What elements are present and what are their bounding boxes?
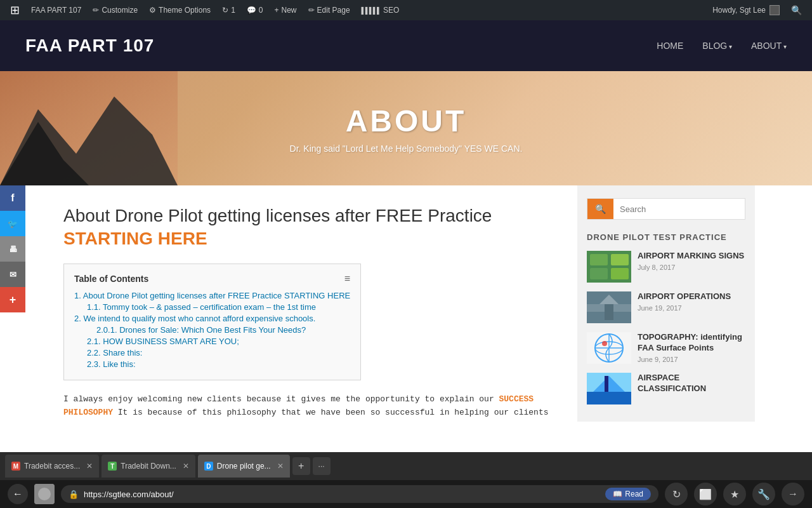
tab-label-drone-pilot: Drone pilot ge... [217, 462, 271, 471]
svg-rect-4 [590, 254, 608, 265]
theme-options-link[interactable]: ⚙ Theme Options [144, 0, 216, 20]
svg-rect-6 [590, 268, 608, 279]
favorites-button[interactable]: ★ [723, 483, 746, 505]
tab-tradebit-access[interactable]: M Tradebit acces... ✕ [5, 455, 99, 478]
article-body: I always enjoy welcoming new clients bec… [63, 393, 558, 422]
sidebar: 🔍 DRONE PILOT TEST PRACTICE AI [577, 185, 755, 422]
sidebar-item-airspace[interactable]: AIRSPACE CLASSIFICATION [587, 373, 745, 404]
print-button[interactable]: 🖶 [0, 236, 25, 262]
lock-icon: 🔒 [69, 490, 79, 499]
url-bar-container: 🔒 📖 Read [61, 485, 658, 503]
user-menu[interactable]: Howdy, Sgt Lee [707, 5, 785, 15]
sidebar-item-content-airport-ops: AIRPORT OPERATIONS June 19, 2017 [638, 291, 745, 323]
sidebar-item-content-airspace: AIRSPACE CLASSIFICATION [638, 373, 745, 404]
back-button[interactable]: ← [8, 484, 28, 504]
new-tab-button[interactable]: + [292, 457, 310, 475]
tab-favicon-tradebit-access: M [11, 462, 20, 471]
search-button[interactable]: 🔍 [587, 199, 613, 219]
reload-button[interactable]: ↻ [665, 483, 688, 505]
add-button[interactable]: + [0, 287, 25, 312]
social-sidebar: f 🐦 🖶 ✉ + [0, 185, 25, 312]
tab-drone-pilot[interactable]: D Drone pilot ge... ✕ [198, 455, 290, 478]
tab-close-tradebit-access[interactable]: ✕ [86, 462, 93, 471]
toc-toggle-button[interactable]: ≡ [344, 273, 350, 284]
search-input[interactable] [613, 199, 745, 219]
tab-favicon-drone-pilot: D [204, 462, 213, 471]
sidebar-item-title-airport-marking: AIRPORT MARKING SIGNS [638, 251, 745, 262]
toc-list: 1. About Drone Pilot getting licenses af… [74, 291, 350, 369]
read-icon: 📖 [613, 490, 622, 498]
sidebar-item-airport-marking[interactable]: AIRPORT MARKING SIGNS July 8, 2017 [587, 251, 745, 283]
customize-link[interactable]: ✏ Customize [88, 0, 143, 20]
svg-point-16 [602, 341, 607, 346]
table-of-contents: Table of Contents ≡ 1. About Drone Pilot… [63, 264, 361, 380]
toc-item-2-3[interactable]: 2.3. Like this: [74, 359, 350, 369]
toc-header: Table of Contents ≡ [74, 273, 350, 284]
sidebar-item-topography[interactable]: TOPOGRAPHY: identifying FAA Surface Poin… [587, 332, 745, 364]
hero-banner: ABOUT Dr. King said "Lord Let Me Help So… [0, 71, 812, 185]
page-wrapper: FAA PART 107 HOME BLOG ABOUT ABOUT Dr. K… [0, 20, 812, 422]
sidebar-thumbnail-airspace [587, 373, 631, 404]
updates-link[interactable]: ↻ 1 [217, 0, 240, 20]
airport-marking-thumbnail-svg [587, 251, 631, 283]
url-input[interactable] [84, 490, 600, 499]
sidebar-item-title-airspace: AIRSPACE CLASSIFICATION [638, 373, 745, 394]
sidebar-thumbnail-topography [587, 332, 631, 364]
site-nav: HOME BLOG ABOUT [657, 41, 787, 51]
svg-point-22 [38, 488, 51, 500]
search-toggle[interactable]: 🔍 [786, 0, 807, 20]
site-header: FAA PART 107 HOME BLOG ABOUT [0, 20, 812, 71]
nav-blog[interactable]: BLOG [702, 41, 732, 51]
sidebar-item-date-airport-ops: June 19, 2017 [638, 304, 745, 312]
svg-rect-7 [611, 268, 629, 279]
twitter-button[interactable]: 🐦 [0, 211, 25, 236]
search-box: 🔍 [587, 198, 745, 220]
tab-close-tradebit-down[interactable]: ✕ [183, 462, 189, 471]
new-content-link[interactable]: + New [270, 0, 302, 20]
tab-label-tradebit-down: Tradebit Down... [121, 462, 176, 471]
email-button[interactable]: ✉ [0, 262, 25, 287]
sidebar-thumbnail-airport-ops [587, 291, 631, 323]
toc-item-1[interactable]: 1. About Drone Pilot getting licenses af… [74, 291, 350, 300]
tab-favicon-tradebit-down: T [108, 462, 117, 471]
forward-button[interactable]: → [782, 483, 804, 505]
edit-page-link[interactable]: ✏ Edit Page [303, 0, 355, 20]
favicon-image [34, 484, 55, 504]
topography-thumbnail-svg [593, 332, 625, 364]
toc-item-2[interactable]: 2. We intend to qualify most who cannot … [74, 314, 350, 323]
toc-item-2-1[interactable]: 2.1. HOW BUSINESS SMART ARE YOU; [74, 337, 350, 346]
hero-mountain-image [0, 71, 178, 185]
facebook-button[interactable]: f [0, 185, 25, 211]
hero-title: ABOUT [346, 104, 467, 138]
svg-rect-11 [605, 304, 613, 320]
read-button[interactable]: 📖 Read [605, 488, 651, 500]
content-body: About Drone Pilot getting licenses after… [0, 185, 812, 422]
twitter-icon: 🐦 [8, 219, 18, 229]
hero-subtitle: Dr. King said "Lord Let Me Help Somebody… [290, 144, 523, 154]
site-name-link[interactable]: FAA PART 107 [26, 0, 86, 20]
toc-item-2-2[interactable]: 2.2. Share this: [74, 348, 350, 358]
settings-button[interactable]: 🔧 [752, 483, 775, 505]
nav-home[interactable]: HOME [657, 41, 683, 51]
seo-metrics[interactable]: ▌▌▌▌▌ SEO [357, 0, 405, 20]
tab-close-drone-pilot[interactable]: ✕ [277, 462, 284, 471]
sidebar-item-title-airport-ops: AIRPORT OPERATIONS [638, 291, 745, 302]
sidebar-item-airport-ops[interactable]: AIRPORT OPERATIONS June 19, 2017 [587, 291, 745, 323]
facebook-icon: f [11, 192, 14, 204]
sidebar-item-content-topography: TOPOGRAPHY: identifying FAA Surface Poin… [638, 332, 745, 364]
browser-taskbar: M Tradebit acces... ✕ T Tradebit Down...… [0, 452, 812, 480]
wordpress-logo[interactable]: ⊞ [5, 0, 25, 20]
more-tabs-button[interactable]: ··· [313, 457, 331, 475]
tab-tradebit-down[interactable]: T Tradebit Down... ✕ [102, 455, 195, 478]
sidebar-item-date-topography: June 9, 2017 [638, 356, 745, 363]
toc-item-1-1[interactable]: 1.1. Tommy took – & passed – certificati… [74, 302, 350, 312]
nav-about[interactable]: ABOUT [751, 41, 787, 51]
toc-item-2-0-1[interactable]: 2.0.1. Drones for Sale: Which One Best F… [74, 325, 350, 335]
site-title[interactable]: FAA PART 107 [25, 36, 154, 56]
svg-rect-20 [605, 376, 608, 392]
airport-ops-thumbnail-svg [587, 291, 631, 323]
svg-rect-5 [611, 254, 629, 265]
comments-link[interactable]: 💬 0 [242, 0, 268, 20]
email-icon: ✉ [10, 270, 16, 279]
save-button[interactable]: ⬜ [694, 483, 717, 505]
